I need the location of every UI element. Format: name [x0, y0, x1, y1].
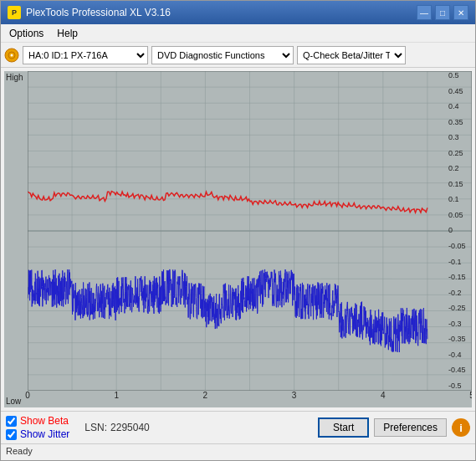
title-bar-left: P PlexTools Professional XL V3.16 [8, 6, 171, 19]
checkboxes: Show Beta Show Jitter [6, 415, 69, 440]
x-tick: 5 [469, 391, 472, 400]
status-text: Ready [6, 446, 33, 456]
x-axis: 012345 [28, 391, 472, 407]
right-buttons: Start Preferences i [318, 417, 470, 438]
lsn-label: LSN: [84, 422, 107, 433]
y-tick: 0.35 [448, 119, 463, 126]
chart-canvas [28, 71, 472, 391]
y-tick: -0.5 [448, 382, 462, 390]
info-button[interactable]: i [452, 418, 470, 437]
chart-area: High Low 0.50.450.40.350.30.250.20.150.1… [4, 71, 472, 407]
y-tick: -0.2 [448, 289, 462, 297]
svg-point-2 [11, 54, 13, 56]
y-tick: -0.05 [448, 243, 466, 250]
y-axis-right: 0.50.450.40.350.30.250.20.150.10.050-0.0… [447, 71, 472, 391]
menu-help[interactable]: Help [52, 26, 83, 41]
show-jitter-checkbox[interactable] [6, 429, 17, 440]
bottom-bar: Show Beta Show Jitter LSN: 2295040 Start… [1, 411, 475, 443]
y-tick: -0.1 [448, 259, 462, 266]
y-tick: 0.25 [448, 150, 463, 157]
function-select[interactable]: DVD Diagnostic Functions [151, 46, 294, 64]
show-jitter-label: Show Jitter [20, 428, 69, 440]
y-tick: 0.05 [448, 212, 463, 219]
close-button[interactable]: ✕ [453, 5, 468, 20]
y-tick: 0 [448, 227, 453, 234]
app-icon: P [8, 6, 21, 19]
toolbar: HA:0 ID:1 PX-716A DVD Diagnostic Functio… [1, 43, 475, 68]
y-label-high: High [6, 73, 23, 82]
lsn-value: 2295040 [110, 422, 150, 433]
y-tick: 0.4 [448, 103, 459, 110]
y-tick: -0.3 [448, 320, 462, 328]
status-bar: Ready [1, 443, 475, 460]
preferences-button[interactable]: Preferences [374, 418, 447, 437]
start-button[interactable]: Start [318, 417, 369, 438]
y-tick: -0.45 [448, 366, 466, 374]
menu-bar: Options Help [1, 24, 475, 43]
x-tick: 1 [114, 391, 119, 400]
menu-options[interactable]: Options [4, 26, 49, 41]
x-tick: 0 [25, 391, 30, 400]
y-tick: 0.5 [448, 72, 459, 79]
lsn-area: LSN: 2295040 [84, 422, 149, 433]
title-bar: P PlexTools Professional XL V3.16 — □ ✕ [1, 1, 475, 24]
x-tick: 4 [381, 391, 386, 400]
test-select[interactable]: Q-Check Beta/Jitter Test [297, 46, 406, 64]
y-tick: -0.25 [448, 305, 466, 312]
show-beta-label: Show Beta [20, 415, 69, 427]
x-tick: 2 [203, 391, 208, 400]
x-tick: 3 [292, 391, 297, 400]
y-tick: -0.35 [448, 336, 466, 343]
y-tick: 0.15 [448, 181, 463, 188]
y-tick: 0.1 [448, 196, 459, 203]
show-jitter-row: Show Jitter [6, 428, 69, 440]
y-tick: -0.15 [448, 274, 466, 281]
y-tick: 0.2 [448, 165, 459, 172]
maximize-button[interactable]: □ [435, 5, 450, 20]
chart-canvas-wrap [28, 71, 472, 391]
y-label-low: Low [6, 397, 21, 406]
y-tick: -0.4 [448, 351, 462, 359]
drive-icon [4, 48, 19, 63]
y-tick: 0.3 [448, 134, 459, 141]
window-title: PlexTools Professional XL V3.16 [26, 7, 171, 18]
show-beta-checkbox[interactable] [6, 416, 17, 427]
main-window: P PlexTools Professional XL V3.16 — □ ✕ … [0, 0, 476, 461]
title-buttons: — □ ✕ [417, 5, 468, 20]
y-tick: 0.45 [448, 88, 463, 95]
minimize-button[interactable]: — [417, 5, 432, 20]
show-beta-row: Show Beta [6, 415, 69, 427]
drive-select[interactable]: HA:0 ID:1 PX-716A [23, 46, 148, 64]
